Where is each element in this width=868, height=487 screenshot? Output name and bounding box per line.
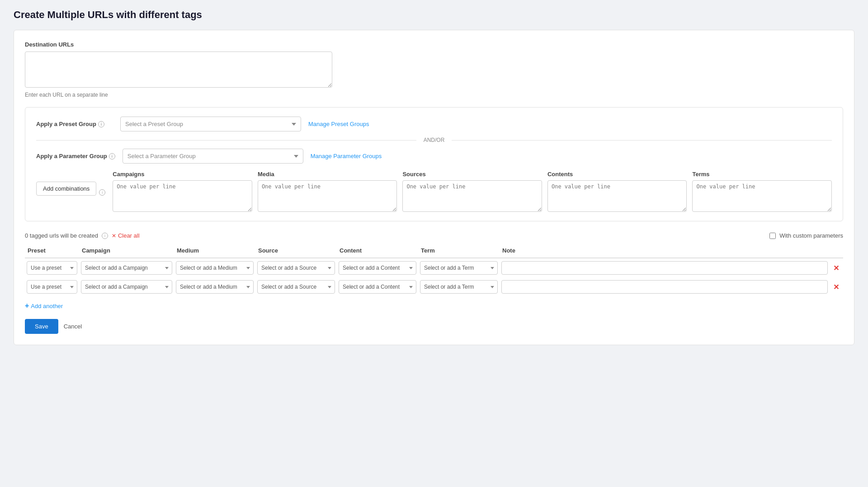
- destination-urls-input[interactable]: [25, 52, 332, 88]
- delete-row-2-button[interactable]: ✕: [831, 281, 841, 293]
- th-source: Source: [255, 244, 337, 258]
- add-another-plus-icon: +: [25, 302, 29, 310]
- note-input-1[interactable]: [501, 261, 828, 275]
- th-medium: Medium: [174, 244, 255, 258]
- campaign-select-1[interactable]: Select or add a Campaign: [81, 261, 172, 275]
- medium-select-1[interactable]: Select or add a Medium: [176, 261, 254, 275]
- combo-col-contents-label: Contents: [547, 171, 687, 178]
- note-input-2[interactable]: [501, 280, 828, 294]
- table-body: Use a preset Select or add a Campaign Se…: [25, 258, 843, 296]
- combo-col-sources: Sources: [402, 171, 542, 212]
- medium-select-2[interactable]: Select or add a Medium: [176, 280, 254, 294]
- table-info-icon[interactable]: i: [102, 233, 108, 239]
- th-delete: [830, 244, 843, 258]
- combinations-section: Add combinations i Campaigns Media: [36, 171, 832, 212]
- parameter-group-row: Apply a Parameter Group i Select a Param…: [36, 149, 832, 164]
- th-note: Note: [500, 244, 830, 258]
- combo-col-campaigns-label: Campaigns: [113, 171, 252, 178]
- combinations-columns: Campaigns Media Sources: [113, 171, 832, 212]
- manage-preset-groups-link[interactable]: Manage Preset Groups: [308, 121, 369, 127]
- combo-col-campaigns: Campaigns: [113, 171, 252, 212]
- th-content: Content: [337, 244, 418, 258]
- table-header-left: 0 tagged urls will be created i ✕ Clear …: [25, 232, 140, 239]
- combo-col-contents: Contents: [547, 171, 687, 212]
- andor-line-left: [36, 140, 416, 140]
- preset-select-1[interactable]: Use a preset: [27, 261, 77, 275]
- preset-group-info-icon[interactable]: i: [98, 121, 104, 127]
- content-select-2[interactable]: Select or add a Content: [339, 280, 416, 294]
- combo-col-media: Media: [258, 171, 397, 212]
- combo-col-media-label: Media: [258, 171, 397, 178]
- add-another-button[interactable]: + Add another: [25, 302, 63, 310]
- table-row: Use a preset Select or add a Campaign Se…: [25, 258, 843, 277]
- andor-text: AND/OR: [416, 137, 452, 143]
- combo-col-terms: Terms: [692, 171, 832, 212]
- td-term-2: Select or add a Term: [418, 277, 500, 296]
- andor-divider: AND/OR: [36, 137, 832, 143]
- td-source-2: Select or add a Source: [255, 277, 337, 296]
- clear-all-label: Clear all: [118, 232, 140, 239]
- campaign-select-2[interactable]: Select or add a Campaign: [81, 280, 172, 294]
- term-select-2[interactable]: Select or add a Term: [420, 280, 498, 294]
- delete-row-2-icon: ✕: [833, 283, 839, 291]
- manage-parameter-groups-link[interactable]: Manage Parameter Groups: [311, 153, 382, 159]
- custom-params-label: With custom parameters: [779, 232, 843, 239]
- save-button[interactable]: Save: [25, 319, 58, 334]
- td-note-2: [500, 277, 830, 296]
- table-header-row: 0 tagged urls will be created i ✕ Clear …: [25, 232, 843, 239]
- td-term-1: Select or add a Term: [418, 258, 500, 277]
- combinations-header: Add combinations i Campaigns Media: [36, 171, 832, 212]
- parameter-group-info-icon[interactable]: i: [109, 153, 115, 159]
- page-title: Create Multiple URLs with different tags: [14, 9, 854, 21]
- td-delete-1: ✕: [830, 258, 843, 277]
- combo-textarea-terms[interactable]: [692, 180, 832, 212]
- delete-row-1-button[interactable]: ✕: [831, 262, 841, 274]
- action-buttons: Save Cancel: [25, 319, 843, 334]
- table-header-columns: Preset Campaign Medium Source Content Te…: [25, 244, 843, 258]
- combo-textarea-contents[interactable]: [547, 180, 687, 212]
- source-select-1[interactable]: Select or add a Source: [257, 261, 335, 275]
- td-note-1: [500, 258, 830, 277]
- table-head: Preset Campaign Medium Source Content Te…: [25, 244, 843, 258]
- add-another-label: Add another: [31, 303, 63, 309]
- combinations-info-icon[interactable]: i: [99, 189, 105, 196]
- tagged-count-text: 0 tagged urls will be created: [25, 232, 98, 239]
- table-row: Use a preset Select or add a Campaign Se…: [25, 277, 843, 296]
- custom-params-checkbox[interactable]: [769, 233, 776, 239]
- combo-textarea-sources[interactable]: [402, 180, 542, 212]
- destination-urls-label: Destination URLs: [25, 41, 843, 48]
- td-medium-2: Select or add a Medium: [174, 277, 255, 296]
- td-preset-2: Use a preset: [25, 277, 79, 296]
- source-select-2[interactable]: Select or add a Source: [257, 280, 335, 294]
- combo-textarea-campaigns[interactable]: [113, 180, 252, 212]
- combo-textarea-media[interactable]: [258, 180, 397, 212]
- destination-urls-hint: Enter each URL on a separate line: [25, 92, 843, 98]
- andor-line-right: [452, 140, 832, 140]
- td-campaign-1: Select or add a Campaign: [79, 258, 174, 277]
- clear-all-x-icon: ✕: [112, 233, 116, 239]
- td-delete-2: ✕: [830, 277, 843, 296]
- cancel-button[interactable]: Cancel: [64, 319, 82, 334]
- destination-urls-section: Destination URLs Enter each URL on a sep…: [25, 41, 843, 98]
- clear-all-button[interactable]: ✕ Clear all: [112, 232, 140, 239]
- th-preset: Preset: [25, 244, 79, 258]
- th-campaign: Campaign: [79, 244, 174, 258]
- preset-group-select[interactable]: Select a Preset Group: [120, 117, 301, 131]
- preset-group-row: Apply a Preset Group i Select a Preset G…: [36, 117, 832, 131]
- add-combinations-button[interactable]: Add combinations: [36, 182, 96, 196]
- content-select-1[interactable]: Select or add a Content: [339, 261, 416, 275]
- parameter-group-label: Apply a Parameter Group i: [36, 153, 115, 159]
- table-header-right: With custom parameters: [769, 232, 843, 239]
- preset-select-2[interactable]: Use a preset: [27, 280, 77, 294]
- url-table-section: 0 tagged urls will be created i ✕ Clear …: [25, 232, 843, 334]
- td-content-1: Select or add a Content: [337, 258, 418, 277]
- parameter-group-select[interactable]: Select a Parameter Group: [123, 149, 303, 164]
- td-campaign-2: Select or add a Campaign: [79, 277, 174, 296]
- urls-table: Preset Campaign Medium Source Content Te…: [25, 244, 843, 296]
- td-preset-1: Use a preset: [25, 258, 79, 277]
- term-select-1[interactable]: Select or add a Term: [420, 261, 498, 275]
- combo-col-terms-label: Terms: [692, 171, 832, 178]
- td-source-1: Select or add a Source: [255, 258, 337, 277]
- combo-col-sources-label: Sources: [402, 171, 542, 178]
- preset-group-label: Apply a Preset Group i: [36, 121, 113, 127]
